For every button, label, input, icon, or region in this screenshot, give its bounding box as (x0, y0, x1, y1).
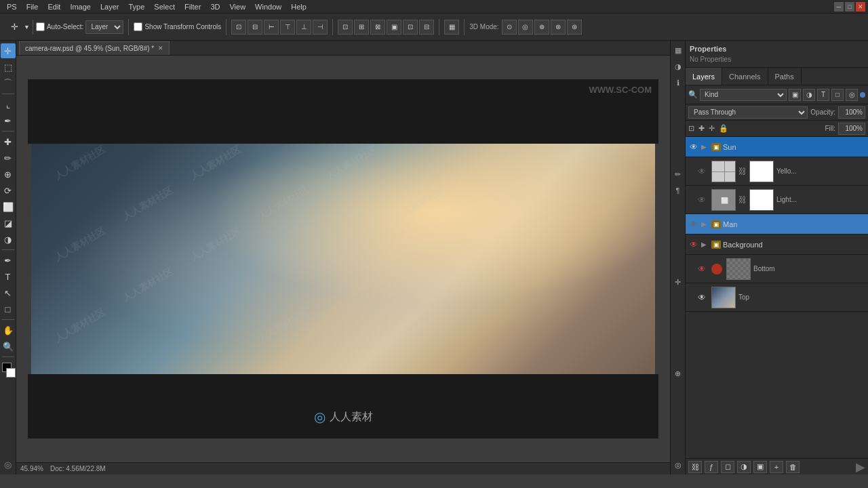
kind-filter-select[interactable]: Kind (700, 89, 787, 101)
clone-icon[interactable]: ⊕ (671, 367, 685, 380)
new-layer-btn[interactable]: + (770, 461, 783, 473)
tool-crop[interactable]: ⌞ (1, 97, 16, 112)
delete-layer-btn[interactable]: 🗑 (786, 461, 800, 473)
blend-mode-select[interactable]: Pass Through Normal Multiply (688, 106, 808, 119)
3d-btn4[interactable]: ⊗ (551, 20, 566, 35)
tool-lasso[interactable]: ⌒ (1, 76, 16, 91)
align-bottom-btn[interactable]: ⊣ (313, 20, 328, 35)
maximize-button[interactable]: □ (845, 2, 854, 12)
menu-view[interactable]: View (225, 1, 250, 12)
layer-sun-expand[interactable]: ▶ (701, 143, 709, 150)
tab-paths[interactable]: Paths (768, 68, 802, 85)
align-top-btn[interactable]: ⊤ (280, 20, 295, 35)
add-style-btn[interactable]: ƒ (705, 461, 718, 473)
tool-eraser[interactable]: ⬜ (1, 199, 16, 214)
tool-dodge[interactable]: ◑ (1, 232, 16, 247)
lock-position-icon[interactable]: ✚ (698, 124, 705, 133)
tab-layers[interactable]: Layers (686, 68, 722, 85)
layer-background-expand[interactable]: ▶ (701, 241, 709, 248)
dist-btn3[interactable]: ⊠ (370, 20, 385, 35)
cc-icon[interactable]: ◎ (671, 458, 685, 472)
layer-man-visibility[interactable]: 👁 (688, 219, 699, 230)
histogram-icon[interactable]: ▦ (671, 43, 685, 57)
layer-light-visibility[interactable]: 👁 (696, 195, 707, 205)
filter-pixel-icon[interactable]: ▣ (789, 89, 801, 101)
layer-bottom-visibility[interactable]: 👁 (696, 264, 707, 274)
filter-adj-icon[interactable]: ◑ (803, 89, 815, 101)
filter-shape-icon[interactable]: □ (831, 89, 844, 101)
layer-top-visibility[interactable]: 👁 (696, 292, 707, 303)
paragraph-icon[interactable]: ¶ (671, 184, 685, 197)
move-tool-icon[interactable]: ✛ (7, 20, 22, 35)
color-picker[interactable] (1, 361, 16, 380)
info-icon[interactable]: ℹ (671, 76, 685, 89)
3d-btn5[interactable]: ⊛ (567, 20, 582, 35)
3d-btn1[interactable]: ⊙ (502, 20, 517, 35)
layer-top[interactable]: 👁 Top (686, 283, 868, 312)
layer-background-group[interactable]: 👁 ▶ ▣ Background (686, 235, 868, 255)
align-right-btn[interactable]: ⊢ (264, 20, 279, 35)
tool-pen[interactable]: ✒ (1, 253, 16, 268)
tab-channels[interactable]: Channels (722, 68, 768, 85)
layer-yellow-adj[interactable]: 👁 ⛓ Yello... (686, 157, 868, 186)
tool-brush[interactable]: ✏ (1, 150, 16, 165)
adjustments-icon[interactable]: ◑ (671, 60, 685, 73)
tool-move[interactable]: ✛ (1, 43, 16, 58)
menu-layer[interactable]: Layer (96, 1, 123, 12)
tool-hand[interactable]: ✋ (1, 323, 16, 338)
dist-btn6[interactable]: ⊟ (419, 20, 434, 35)
lock-pixels-icon[interactable]: ⊡ (688, 124, 694, 133)
auto-select-dropdown[interactable]: Layer Group (85, 20, 123, 34)
tool-eyedropper[interactable]: ✒ (1, 113, 16, 128)
menu-file[interactable]: File (22, 1, 43, 12)
tool-shape[interactable]: □ (1, 302, 16, 317)
close-button[interactable]: ✕ (856, 2, 865, 12)
layer-man-group[interactable]: 👁 ▶ ▣ Man (686, 214, 868, 235)
compass-icon[interactable]: ✛ (671, 275, 685, 289)
background-color[interactable] (6, 368, 16, 378)
layer-bottom[interactable]: 👁 Bottom (686, 255, 868, 283)
menu-window[interactable]: Window (251, 1, 285, 12)
layer-sun-group[interactable]: 👁 ▶ ▣ Sun (686, 137, 868, 157)
new-adj-btn[interactable]: ◑ (737, 461, 751, 473)
3d-btn3[interactable]: ⊕ (534, 20, 549, 35)
tool-adobe[interactable]: ◎ (1, 457, 16, 472)
dist-btn2[interactable]: ⊞ (354, 20, 369, 35)
fill-input[interactable] (838, 123, 865, 135)
menu-ps[interactable]: PS (3, 1, 21, 12)
auto-select-checkbox[interactable] (36, 22, 45, 31)
menu-type[interactable]: Type (125, 1, 149, 12)
menu-edit[interactable]: Edit (43, 1, 64, 12)
new-group-btn[interactable]: ▣ (753, 461, 767, 473)
arrange-btn[interactable]: ▦ (444, 20, 459, 35)
document-tab[interactable]: camera-raw.psd @ 45.9% (Sun, RGB/8#) * ✕ (19, 41, 170, 55)
tool-select-rect[interactable]: ⬚ (1, 60, 16, 75)
tool-path-select[interactable]: ↖ (1, 285, 16, 300)
opacity-input[interactable] (838, 106, 865, 119)
tab-close-btn[interactable]: ✕ (158, 45, 163, 52)
tool-gradient[interactable]: ◪ (1, 216, 16, 230)
dist-btn4[interactable]: ▣ (387, 20, 401, 35)
menu-filter[interactable]: Filter (180, 1, 205, 12)
align-center-btn[interactable]: ⊟ (248, 20, 262, 35)
layer-yellow-visibility[interactable]: 👁 (696, 166, 707, 177)
3d-btn2[interactable]: ◎ (518, 20, 533, 35)
menu-select[interactable]: Select (150, 1, 179, 12)
menu-3d[interactable]: 3D (206, 1, 224, 12)
tool-type[interactable]: T (1, 269, 16, 284)
link-layers-btn[interactable]: ⛓ (688, 461, 702, 473)
tool-heal[interactable]: ✚ (1, 134, 16, 149)
dist-btn1[interactable]: ⊡ (338, 20, 353, 35)
layer-man-expand[interactable]: ▶ (701, 220, 709, 228)
tool-zoom[interactable]: 🔍 (1, 339, 16, 354)
brush-icon[interactable]: ✏ (671, 167, 685, 181)
filter-smart-icon[interactable]: ◎ (846, 89, 858, 101)
canvas-container[interactable]: 人人素材社区 人人素材社区 人人素材社区 人人素材社区 人人素材社区 人人素材社… (16, 56, 670, 462)
tool-stamp[interactable]: ⊕ (1, 167, 16, 182)
minimize-button[interactable]: ─ (834, 2, 844, 12)
layer-background-visibility[interactable]: 👁 (688, 239, 699, 250)
lock-all-icon[interactable]: 🔒 (719, 124, 728, 133)
layer-sun-visibility[interactable]: 👁 (688, 142, 699, 152)
filter-type-icon[interactable]: T (817, 89, 829, 101)
lock-move-icon[interactable]: ✛ (709, 124, 715, 133)
